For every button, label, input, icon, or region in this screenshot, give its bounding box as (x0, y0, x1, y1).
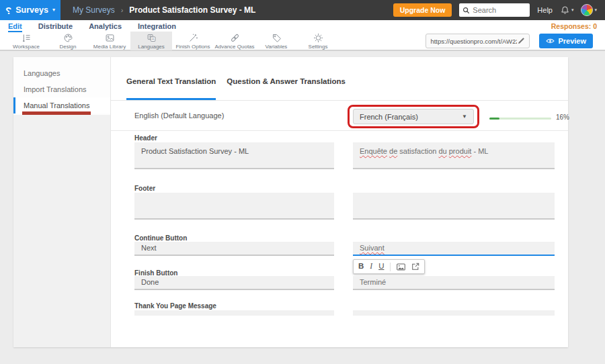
sidebar-item-languages[interactable]: Languages (13, 65, 110, 81)
toolbar-advance-quotas[interactable]: Advance Quotas (214, 32, 255, 50)
footer-source-textarea[interactable] (134, 193, 334, 220)
toolbar-finish-options[interactable]: Finish Options (172, 32, 214, 50)
tab-general-text-translation[interactable]: General Text Translation (126, 77, 216, 100)
top-bar: ? Surveys ▾ My Surveys › Product Satisfa… (0, 0, 605, 20)
continue-target-input[interactable]: Suivant (353, 242, 555, 256)
field-label-header: Header (134, 134, 334, 142)
media-library-icon (105, 33, 115, 43)
nav-analytics[interactable]: Analytics (89, 22, 122, 32)
section-nav: Edit Distribute Analytics Integration Re… (0, 20, 605, 32)
annotation-red-box (348, 105, 479, 128)
field-label-thank-you: Thank You Page Message (134, 302, 334, 310)
field-label-footer: Footer (134, 185, 334, 192)
settings-icon (313, 33, 323, 43)
toolbar-design[interactable]: Design (47, 32, 89, 50)
finish-target-input[interactable]: Terminé (353, 276, 555, 290)
translation-progress-bar (489, 118, 551, 120)
insert-link-button[interactable] (411, 263, 419, 271)
translations-panel: Languages Import Translations Manual Tra… (13, 57, 568, 347)
bell-icon (560, 5, 570, 15)
footer-target-textarea[interactable] (353, 193, 555, 220)
manual-translations-content: General Text Translation Question & Answ… (111, 57, 568, 347)
preview-button[interactable]: Preview (539, 34, 593, 48)
breadcrumb-survey-title: Product Satisfaction Survey - ML (129, 5, 255, 15)
bold-button[interactable]: B (358, 263, 364, 271)
continue-source-input[interactable]: Next (134, 242, 334, 256)
responses-count[interactable]: Responses: 0 (551, 22, 597, 32)
product-switcher[interactable]: ? Surveys ▾ (0, 0, 61, 20)
tab-question-answer-translations[interactable]: Question & Answer Translations (227, 77, 346, 100)
toolbar-variables[interactable]: Variables (255, 32, 297, 50)
finish-source-input[interactable]: Done (134, 276, 334, 290)
thank-you-target-textarea[interactable] (353, 310, 555, 316)
toolbar-settings[interactable]: Settings (297, 32, 339, 50)
underline-button[interactable]: U (378, 263, 384, 271)
chevron-down-icon: ▾ (594, 7, 597, 13)
edit-toolbar: Workspace Design Media Library A Languag… (0, 32, 605, 51)
toolbar-divider (390, 263, 391, 271)
questionpro-logo-icon: ? (5, 5, 11, 16)
annotation-red-underline (22, 111, 91, 115)
eye-icon (546, 38, 555, 44)
progress-fill (489, 118, 499, 120)
thank-you-source-textarea[interactable] (134, 310, 334, 316)
header-source-textarea[interactable]: Product Satisfaction Survey - ML (134, 142, 334, 169)
toolbar-media-library[interactable]: Media Library (89, 32, 130, 50)
finish-options-icon (188, 33, 198, 43)
account-menu[interactable]: ▾ (581, 4, 597, 16)
toolbar-workspace[interactable]: Workspace (5, 32, 47, 50)
avatar (581, 4, 593, 16)
design-icon (63, 33, 73, 43)
survey-url: https://questionpro.com/t/AW22Zd1S1 (430, 38, 517, 45)
upgrade-now-button[interactable]: Upgrade Now (393, 3, 452, 17)
source-language-label: English (Default Language) (134, 111, 224, 120)
breadcrumb-my-surveys[interactable]: My Surveys (73, 5, 115, 15)
language-selector-row: English (Default Language) French (Franç… (111, 101, 568, 131)
survey-url-field[interactable]: https://questionpro.com/t/AW22Zd1S1 (426, 34, 530, 48)
nav-integration[interactable]: Integration (138, 22, 176, 32)
breadcrumb: My Surveys › Product Satisfaction Survey… (73, 5, 255, 15)
italic-button[interactable]: I (370, 263, 372, 271)
chevron-down-icon: ▾ (571, 7, 574, 13)
fields-scroll-area: Header Product Satisfaction Survey - ML … (111, 131, 559, 316)
variables-icon (272, 33, 282, 43)
languages-icon: A (147, 33, 157, 43)
insert-image-button[interactable] (397, 263, 405, 271)
global-search[interactable] (459, 3, 530, 17)
edit-url-pencil-icon[interactable] (517, 37, 525, 45)
product-name: Surveys (15, 5, 48, 15)
progress-percent-label: 16% (556, 113, 569, 121)
help-link[interactable]: Help (537, 6, 553, 14)
svg-text:A: A (151, 36, 154, 40)
page-background: Languages Import Translations Manual Tra… (0, 51, 605, 364)
breadcrumb-separator: › (121, 6, 124, 14)
field-label-continue-button: Continue Button (134, 234, 334, 242)
nav-edit[interactable]: Edit (8, 22, 22, 32)
toolbar-languages[interactable]: A Languages (130, 32, 172, 50)
chevron-down-icon: ▾ (52, 7, 55, 13)
preview-label: Preview (558, 37, 586, 45)
search-input[interactable] (473, 6, 523, 14)
translations-sidebar: Languages Import Translations Manual Tra… (13, 57, 111, 347)
translation-tabs: General Text Translation Question & Answ… (111, 57, 568, 101)
nav-distribute[interactable]: Distribute (38, 22, 73, 32)
notifications-menu[interactable]: ▾ (560, 5, 574, 15)
workspace-icon (22, 33, 32, 43)
format-toolbar: B I U (353, 259, 425, 274)
sidebar-item-import-translations[interactable]: Import Translations (13, 81, 110, 97)
sidebar-menu: Languages Import Translations Manual Tra… (13, 57, 110, 115)
search-icon (462, 7, 470, 14)
header-target-textarea[interactable]: Enquête de satisfaction du produit - ML (353, 142, 555, 169)
advance-quotas-icon (230, 33, 240, 43)
